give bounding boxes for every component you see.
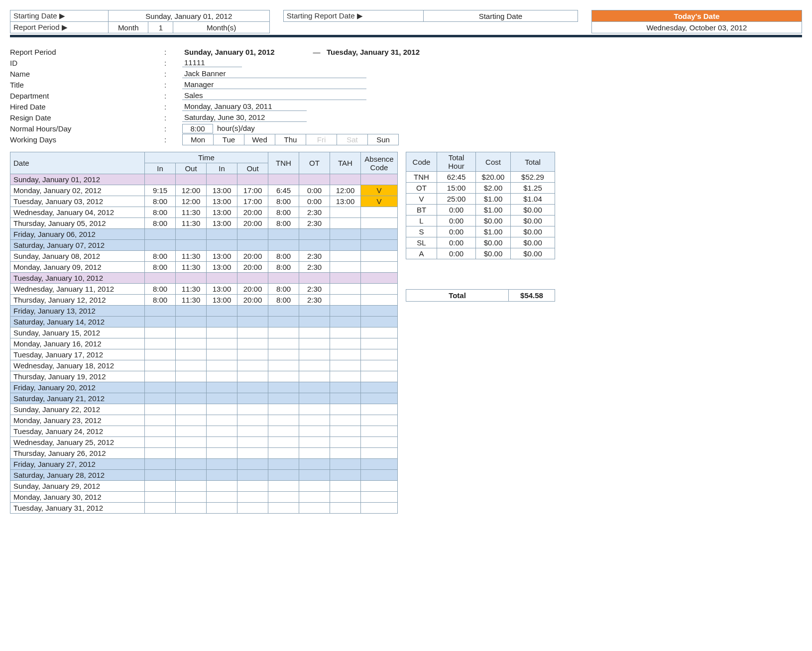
time-out1[interactable]: [176, 448, 207, 459]
time-in2[interactable]: [207, 492, 237, 503]
working-day-cell[interactable]: Wed: [244, 134, 275, 145]
time-out1[interactable]: [176, 338, 207, 349]
time-in2[interactable]: 13:00: [207, 218, 237, 229]
time-out1[interactable]: [176, 404, 207, 415]
time-out1[interactable]: [176, 459, 207, 470]
name-value[interactable]: Jack Banner: [182, 69, 366, 78]
hired-value[interactable]: Monday, January 03, 2011: [182, 102, 307, 111]
time-in2[interactable]: 13:00: [207, 207, 237, 218]
time-out2[interactable]: [237, 393, 268, 404]
time-out2[interactable]: [237, 426, 268, 437]
time-out2[interactable]: [237, 481, 268, 492]
time-in2[interactable]: [207, 174, 237, 185]
time-in2[interactable]: 13:00: [207, 295, 237, 306]
time-in2[interactable]: [207, 327, 237, 338]
time-out2[interactable]: [237, 360, 268, 371]
time-in2[interactable]: [207, 393, 237, 404]
department-value[interactable]: Sales: [182, 91, 366, 100]
time-in1[interactable]: [145, 393, 176, 404]
time-in1[interactable]: [145, 317, 176, 327]
time-out2[interactable]: 20:00: [237, 262, 268, 273]
time-out2[interactable]: [237, 273, 268, 284]
time-in1[interactable]: 8:00: [145, 262, 176, 273]
time-out1[interactable]: [176, 426, 207, 437]
time-in1[interactable]: [145, 448, 176, 459]
time-in2[interactable]: [207, 503, 237, 514]
time-out1[interactable]: [176, 349, 207, 360]
time-out1[interactable]: [176, 393, 207, 404]
time-in1[interactable]: [145, 481, 176, 492]
time-out2[interactable]: 20:00: [237, 218, 268, 229]
time-in2[interactable]: [207, 470, 237, 481]
time-out1[interactable]: [176, 229, 207, 240]
time-in1[interactable]: [145, 349, 176, 360]
time-out2[interactable]: [237, 240, 268, 251]
time-in1[interactable]: [145, 426, 176, 437]
time-in1[interactable]: 8:00: [145, 196, 176, 207]
time-in2[interactable]: [207, 415, 237, 426]
time-out1[interactable]: 11:30: [176, 262, 207, 273]
working-day-cell[interactable]: Sat: [337, 134, 368, 145]
time-out1[interactable]: [176, 415, 207, 426]
time-in1[interactable]: [145, 470, 176, 481]
time-in2[interactable]: [207, 317, 237, 327]
time-out2[interactable]: [237, 437, 268, 448]
time-in1[interactable]: 8:00: [145, 284, 176, 295]
working-day-cell[interactable]: Fri: [306, 134, 337, 145]
report-period-count[interactable]: 1: [148, 22, 173, 33]
time-in2[interactable]: [207, 448, 237, 459]
time-in1[interactable]: 8:00: [145, 251, 176, 262]
time-in2[interactable]: 13:00: [207, 262, 237, 273]
time-out2[interactable]: [237, 371, 268, 382]
time-in2[interactable]: 13:00: [207, 196, 237, 207]
time-out1[interactable]: [176, 382, 207, 393]
time-in2[interactable]: [207, 437, 237, 448]
time-out1[interactable]: [176, 360, 207, 371]
time-out1[interactable]: 11:30: [176, 284, 207, 295]
time-out1[interactable]: [176, 503, 207, 514]
time-in1[interactable]: [145, 382, 176, 393]
time-in1[interactable]: [145, 503, 176, 514]
time-in1[interactable]: [145, 174, 176, 185]
time-out2[interactable]: [237, 492, 268, 503]
time-out1[interactable]: 11:30: [176, 251, 207, 262]
time-out2[interactable]: 17:00: [237, 196, 268, 207]
time-out2[interactable]: [237, 327, 268, 338]
time-in1[interactable]: [145, 229, 176, 240]
time-out1[interactable]: [176, 306, 207, 317]
time-out1[interactable]: [176, 317, 207, 327]
time-in2[interactable]: [207, 229, 237, 240]
time-out1[interactable]: [176, 371, 207, 382]
time-in2[interactable]: [207, 371, 237, 382]
time-out2[interactable]: [237, 317, 268, 327]
time-in1[interactable]: [145, 437, 176, 448]
time-in1[interactable]: [145, 404, 176, 415]
time-out1[interactable]: 12:00: [176, 185, 207, 196]
time-out2[interactable]: 20:00: [237, 295, 268, 306]
time-out2[interactable]: [237, 470, 268, 481]
time-in1[interactable]: 8:00: [145, 218, 176, 229]
time-in1[interactable]: [145, 240, 176, 251]
time-out1[interactable]: [176, 437, 207, 448]
time-in2[interactable]: [207, 338, 237, 349]
time-in1[interactable]: [145, 360, 176, 371]
title-value[interactable]: Manager: [182, 80, 366, 89]
time-in1[interactable]: [145, 273, 176, 284]
time-in1[interactable]: 8:00: [145, 207, 176, 218]
time-out1[interactable]: 11:30: [176, 218, 207, 229]
time-out2[interactable]: 20:00: [237, 284, 268, 295]
time-out2[interactable]: [237, 338, 268, 349]
time-in1[interactable]: [145, 492, 176, 503]
starting-report-date-value[interactable]: Starting Date: [424, 10, 578, 22]
time-out2[interactable]: [237, 459, 268, 470]
time-out1[interactable]: [176, 174, 207, 185]
time-out1[interactable]: [176, 240, 207, 251]
time-in2[interactable]: [207, 404, 237, 415]
time-out2[interactable]: 17:00: [237, 185, 268, 196]
normal-hours-value[interactable]: 8:00: [182, 124, 213, 133]
time-in1[interactable]: [145, 459, 176, 470]
time-in2[interactable]: [207, 426, 237, 437]
resign-value[interactable]: Saturday, June 30, 2012: [182, 113, 307, 122]
time-out2[interactable]: [237, 382, 268, 393]
time-out2[interactable]: 20:00: [237, 207, 268, 218]
